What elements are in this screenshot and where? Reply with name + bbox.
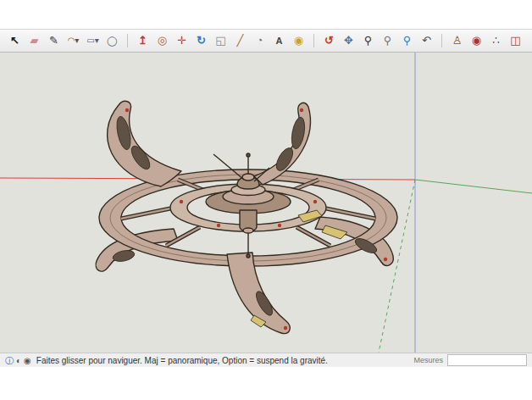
app-window: ↖ ▰ ✎ ◠▾ ▭▾ ◯ ↥ ◎ ✛ ↻ ◱ ╱ ◔ A ◉ ↺ ✥ ⚲ ⚲ … bbox=[0, 0, 532, 400]
move-tool-icon[interactable]: ✛ bbox=[174, 32, 190, 49]
circle-tool-icon[interactable]: ◯ bbox=[104, 32, 120, 49]
previous-view-tool-icon[interactable]: ↶ bbox=[418, 32, 435, 49]
toolbar-separator bbox=[313, 34, 314, 47]
statusbar: ⓘ ◐ ◉ Faites glisser pour naviguer. Maj … bbox=[0, 353, 532, 367]
select-tool-icon[interactable]: ↖ bbox=[7, 32, 23, 49]
pan-tool-icon[interactable]: ✥ bbox=[341, 32, 357, 49]
zoom-extents-tool-icon[interactable]: ⚲ bbox=[399, 32, 415, 49]
pylon-upper-left bbox=[108, 101, 181, 186]
toolbar-separator bbox=[441, 34, 442, 47]
measurements-input[interactable] bbox=[447, 354, 527, 366]
statusbar-icons: ⓘ ◐ ◉ bbox=[5, 354, 31, 367]
paint-bucket-tool-icon[interactable]: ◉ bbox=[291, 32, 307, 49]
orbit-tool-icon[interactable]: ↺ bbox=[321, 32, 337, 49]
info-icon[interactable]: ⓘ bbox=[5, 354, 14, 367]
viewport-canvas[interactable] bbox=[0, 53, 532, 353]
eraser-tool-icon[interactable]: ▰ bbox=[26, 32, 42, 49]
axis-green-line bbox=[415, 180, 532, 193]
toolbar-separator bbox=[127, 34, 128, 47]
look-around-tool-icon[interactable]: ◉ bbox=[468, 32, 485, 49]
measurements-label: Mesures bbox=[413, 356, 443, 364]
push-pull-tool-icon[interactable]: ↥ bbox=[135, 32, 151, 49]
credits-icon[interactable]: ◐ bbox=[16, 354, 21, 367]
walk-tool-icon[interactable]: ∴ bbox=[488, 32, 504, 49]
toolbar: ↖ ▰ ✎ ◠▾ ▭▾ ◯ ↥ ◎ ✛ ↻ ◱ ╱ ◔ A ◉ ↺ ✥ ⚲ ⚲ … bbox=[0, 29, 532, 53]
user-icon[interactable]: ◉ bbox=[24, 354, 31, 367]
zoom-tool-icon[interactable]: ⚲ bbox=[360, 32, 376, 49]
scale-tool-icon[interactable]: ◱ bbox=[213, 32, 229, 49]
offset-tool-icon[interactable]: ◎ bbox=[154, 32, 170, 49]
viewport[interactable] bbox=[0, 53, 532, 353]
status-message: Faites glisser pour naviguer. Maj = pano… bbox=[36, 356, 328, 365]
text-tool-icon[interactable]: A bbox=[271, 32, 287, 49]
arc-tool-icon[interactable]: ◠▾ bbox=[65, 32, 81, 49]
zoom-window-tool-icon[interactable]: ⚲ bbox=[380, 32, 396, 49]
line-tool-icon[interactable]: ✎ bbox=[46, 32, 62, 49]
position-camera-tool-icon[interactable]: ♙ bbox=[449, 32, 465, 49]
tape-measure-tool-icon[interactable]: ╱ bbox=[232, 32, 248, 49]
space-station-model[interactable] bbox=[96, 101, 397, 333]
rotate-tool-icon[interactable]: ↻ bbox=[193, 32, 209, 49]
section-plane-tool-icon[interactable]: ◫ bbox=[507, 32, 524, 49]
protractor-tool-icon[interactable]: ◔ bbox=[252, 32, 268, 49]
shapes-tool-icon[interactable]: ▭▾ bbox=[85, 32, 101, 49]
